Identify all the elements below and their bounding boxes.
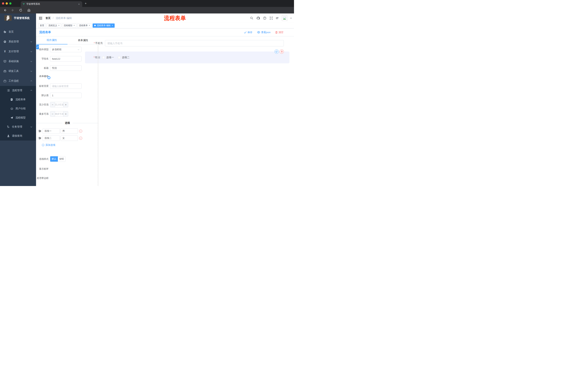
gear-icon xyxy=(3,40,6,43)
sidebar-item-task-management[interactable]: 任务管理 xyxy=(0,122,36,131)
tag-close-icon[interactable]: × xyxy=(112,24,113,27)
sidebar-fold-icon[interactable] xyxy=(39,17,42,20)
tag-close-icon[interactable]: × xyxy=(58,24,60,27)
canvas-field-gender-selected[interactable]: *性别 选项一 选项二 xyxy=(85,52,289,63)
save-label: 保存 xyxy=(247,31,252,34)
style-button-button[interactable]: 按钮 xyxy=(58,156,65,162)
tag-close-icon[interactable]: × xyxy=(89,24,90,27)
macos-minimize-button[interactable] xyxy=(6,2,8,5)
plus-button[interactable]: + xyxy=(63,111,68,117)
reload-icon[interactable] xyxy=(19,9,22,12)
sidebar-item-workflow[interactable]: 工作流程 xyxy=(0,76,36,86)
forward-icon[interactable] xyxy=(11,9,14,12)
prop-row-min-select: 至少应选 −+ xyxy=(36,102,99,107)
title-input[interactable] xyxy=(50,65,82,71)
remove-option-button[interactable]: − xyxy=(79,137,82,140)
option-value-input[interactable] xyxy=(61,135,78,141)
gender-checkbox-option1[interactable]: 选项一 xyxy=(102,56,114,59)
breadcrumb-home[interactable]: 首页 xyxy=(45,17,51,20)
home-icon[interactable] xyxy=(27,9,31,12)
canvas-field-phone[interactable]: *手机号 xyxy=(87,40,284,46)
phone-input[interactable] xyxy=(105,40,284,46)
chevron-up-icon xyxy=(30,80,32,82)
remove-option-button[interactable]: − xyxy=(79,130,82,133)
drag-handle-icon[interactable] xyxy=(38,137,41,139)
tab-component-props[interactable]: 组件属性 xyxy=(36,36,67,44)
view-json-button[interactable]: 查看json xyxy=(257,31,271,34)
clear-button[interactable]: 清空 xyxy=(275,31,284,34)
search-icon[interactable] xyxy=(250,17,253,20)
tag-process-form[interactable]: 流程表单× xyxy=(77,23,92,28)
option-value-input[interactable] xyxy=(61,128,78,134)
style-default-button[interactable]: 默认 xyxy=(50,156,58,162)
option-label-input[interactable] xyxy=(42,135,60,141)
sidebar-item-leave-query[interactable]: 请假查询 xyxy=(0,131,36,140)
tab-form-props[interactable]: 表单属性 xyxy=(67,36,99,44)
prop-row-show-label: 显示标签 xyxy=(36,167,99,170)
copy-component-button[interactable] xyxy=(274,50,279,54)
fullscreen-icon[interactable] xyxy=(270,17,273,20)
form-canvas[interactable]: *手机号 *性别 选项一 选项二 xyxy=(83,36,294,40)
browser-tab[interactable]: 芋道管理系统 × xyxy=(21,1,82,7)
default-value-input[interactable] xyxy=(50,93,82,98)
prop-row-component-type: 组件类型 多选框组 xyxy=(36,47,99,52)
checkbox-box[interactable] xyxy=(118,56,120,59)
minus-button[interactable]: − xyxy=(50,111,55,117)
sidebar-item-infrastructure[interactable]: 基础设施 xyxy=(0,56,36,66)
avatar-caret-icon[interactable]: ▾ xyxy=(291,17,292,19)
sidebar-item-process-form[interactable]: 流程表单 xyxy=(0,95,36,104)
field-name-input[interactable] xyxy=(50,56,82,62)
tag-process-form-edit[interactable]: 流程表单-编辑× xyxy=(93,23,115,28)
sidebar-item-devtools[interactable]: 研发工具 xyxy=(0,66,36,76)
min-input[interactable] xyxy=(55,102,63,107)
prop-label: 标题 xyxy=(36,66,49,70)
option-row-1: − xyxy=(38,128,99,134)
tab-close-icon[interactable]: × xyxy=(77,3,80,6)
sidebar-item-payment[interactable]: ¥ 支付管理 xyxy=(0,47,36,56)
sidebar-item-home[interactable]: 首页 xyxy=(0,27,36,37)
drag-handle-icon[interactable] xyxy=(38,130,41,132)
tag-process-definition[interactable]: 流程定义× xyxy=(47,23,61,28)
list-icon xyxy=(7,89,10,92)
sidebar-item-process-management[interactable]: 流程管理 xyxy=(0,86,36,95)
toolbox-icon xyxy=(3,70,6,73)
max-input[interactable] xyxy=(55,111,63,117)
tag-home[interactable]: 首页 xyxy=(38,23,46,28)
tag-label: 流程定义 xyxy=(48,24,57,27)
document-edit-icon xyxy=(10,98,13,101)
avatar[interactable] xyxy=(282,15,287,21)
option-row-2: − xyxy=(38,135,99,141)
plus-button[interactable]: + xyxy=(63,102,68,107)
github-icon[interactable] xyxy=(257,17,260,20)
active-dot xyxy=(94,25,96,26)
font-size-icon[interactable]: tT xyxy=(276,17,279,20)
label-width-input[interactable] xyxy=(50,83,82,89)
monitor-icon xyxy=(3,60,6,63)
option-label-input[interactable] xyxy=(42,128,60,134)
back-icon[interactable] xyxy=(3,9,7,12)
prop-label: 字段名 xyxy=(36,57,49,60)
slider-handle[interactable] xyxy=(47,76,50,79)
component-type-select[interactable]: 多选框组 xyxy=(50,47,82,52)
macos-zoom-button[interactable] xyxy=(9,2,11,5)
sidebar-item-process-model[interactable]: 流程模型 xyxy=(0,113,36,122)
add-option-button[interactable]: + 添加选项 xyxy=(42,143,99,147)
tag-process-model[interactable]: 流程模型× xyxy=(62,23,76,28)
tag-close-icon[interactable]: × xyxy=(74,24,75,27)
sidebar-item-label: 工作流程 xyxy=(9,79,19,83)
sidebar-item-system[interactable]: 系统管理 xyxy=(0,37,36,47)
delete-component-button[interactable] xyxy=(280,50,284,54)
sidebar-item-user-group[interactable]: 用户分组 xyxy=(0,104,36,113)
gender-checkbox-option2[interactable]: 选项二 xyxy=(118,56,129,59)
prop-row-field-name: 字段名 xyxy=(36,56,99,62)
sidebar-item-label: 请假查询 xyxy=(12,134,22,138)
help-icon[interactable] xyxy=(263,17,266,20)
minus-button[interactable]: − xyxy=(50,102,55,107)
link-handle[interactable] xyxy=(36,45,39,49)
macos-close-button[interactable] xyxy=(2,2,4,5)
checkbox-box[interactable] xyxy=(102,56,105,59)
save-button[interactable]: 保存 xyxy=(244,31,252,34)
sidebar-item-label: 支付管理 xyxy=(9,50,19,53)
chevron-up-icon xyxy=(30,89,32,92)
new-tab-button[interactable]: + xyxy=(85,2,87,5)
